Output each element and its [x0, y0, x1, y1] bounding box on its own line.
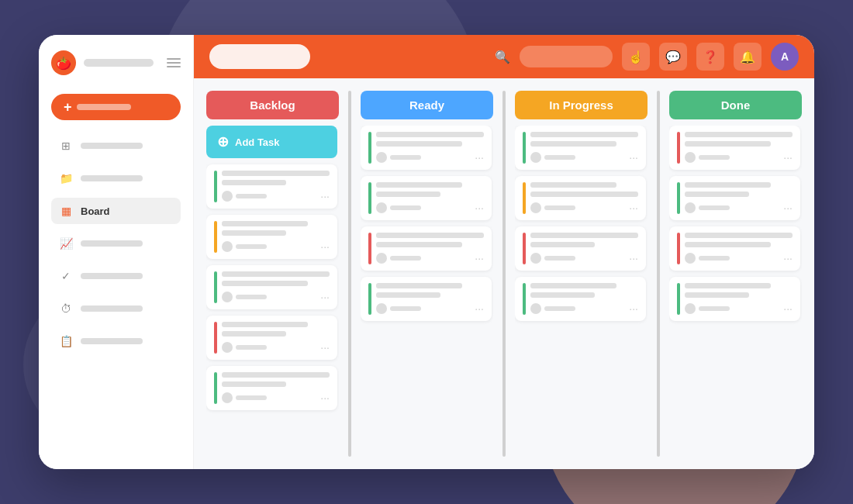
tasks-label [81, 273, 143, 279]
task-card[interactable]: ··· [206, 316, 337, 360]
task-body: ··· [685, 132, 793, 164]
task-menu-dots[interactable]: ··· [475, 202, 484, 214]
add-new-button[interactable]: + [51, 94, 181, 120]
task-card[interactable]: ··· [206, 215, 337, 259]
task-subtitle-line [685, 242, 771, 247]
task-body: ··· [685, 233, 793, 264]
task-card[interactable]: ··· [669, 226, 800, 271]
task-menu-dots[interactable]: ··· [320, 190, 330, 202]
task-date [236, 345, 267, 350]
task-meta: ··· [530, 302, 638, 315]
priority-bar [677, 233, 680, 264]
task-menu-dots[interactable]: ··· [629, 252, 638, 264]
task-date [390, 256, 421, 261]
task-menu-dots[interactable]: ··· [783, 151, 793, 164]
task-body: ··· [222, 322, 330, 354]
task-avatar [685, 152, 696, 163]
task-menu-dots[interactable]: ··· [783, 202, 793, 214]
task-card[interactable]: ··· [206, 164, 337, 209]
task-subtitle-line [530, 242, 595, 247]
notifications-button[interactable]: 🔔 [734, 43, 761, 71]
task-date [236, 194, 267, 198]
task-date [544, 155, 575, 160]
task-avatar [530, 253, 541, 264]
task-title-line [222, 372, 330, 378]
column-body-inprogress: ··· ··· [515, 126, 648, 457]
analytics-icon: 📈 [59, 236, 73, 250]
task-menu-dots[interactable]: ··· [783, 302, 793, 315]
task-subtitle-line [685, 192, 749, 197]
task-avatar [685, 303, 696, 314]
search-icon[interactable]: 🔍 [495, 50, 510, 64]
task-menu-dots[interactable]: ··· [320, 341, 330, 354]
task-card[interactable]: ··· [669, 277, 800, 321]
task-title-line [376, 233, 484, 238]
pointer-button[interactable]: ☝ [622, 43, 650, 71]
column-body-backlog: ⊕ Add Task ··· [206, 126, 339, 457]
sidebar-item-board[interactable]: ▦ Board [51, 198, 181, 224]
task-menu-dots[interactable]: ··· [475, 151, 484, 164]
task-meta: ··· [222, 392, 330, 404]
topbar-search-left[interactable] [209, 44, 310, 69]
sidebar-logo: 🍅 [51, 50, 181, 75]
task-subtitle-line [530, 192, 638, 197]
task-menu-dots[interactable]: ··· [629, 202, 638, 214]
task-menu-dots[interactable]: ··· [320, 240, 330, 253]
priority-bar [368, 233, 371, 264]
task-meta: ··· [222, 190, 330, 202]
task-card[interactable]: ··· [206, 366, 337, 410]
hamburger-menu[interactable] [167, 58, 181, 67]
messages-button[interactable]: 💬 [659, 43, 687, 71]
task-subtitle-line [685, 292, 749, 298]
task-card[interactable]: ··· [515, 176, 646, 220]
help-button[interactable]: ❓ [696, 43, 724, 71]
task-card[interactable]: ··· [669, 126, 800, 170]
task-card[interactable]: ··· [515, 277, 646, 321]
board-area: Backlog ⊕ Add Task [194, 78, 814, 469]
priority-bar [523, 132, 526, 164]
task-card[interactable]: ··· [206, 265, 337, 309]
sidebar-item-timeline[interactable]: ⏱ [51, 295, 181, 322]
task-menu-dots[interactable]: ··· [629, 302, 638, 315]
sidebar-item-analytics[interactable]: 📈 [51, 230, 181, 257]
task-menu-dots[interactable]: ··· [783, 252, 793, 264]
task-menu-dots[interactable]: ··· [320, 392, 330, 404]
task-meta: ··· [376, 202, 484, 214]
task-avatar [530, 152, 541, 163]
task-card[interactable]: ··· [361, 126, 492, 170]
timeline-icon: ⏱ [59, 302, 73, 316]
task-meta: ··· [685, 151, 793, 164]
task-card[interactable]: ··· [669, 176, 800, 220]
sidebar-item-tasks[interactable]: ✓ [51, 263, 181, 289]
task-date [236, 295, 267, 299]
topbar-search-bar[interactable] [520, 46, 613, 67]
sidebar-item-reports[interactable]: 📋 [51, 328, 181, 354]
sidebar-item-dashboard[interactable]: ⊞ [51, 133, 181, 159]
task-menu-dots[interactable]: ··· [475, 302, 484, 315]
column-done: Done ··· [669, 91, 802, 457]
projects-label [81, 175, 143, 181]
task-meta: ··· [222, 240, 330, 253]
task-body: ··· [530, 132, 638, 164]
add-task-button[interactable]: ⊕ Add Task [206, 126, 337, 158]
task-date [544, 205, 575, 210]
task-card[interactable]: ··· [361, 277, 492, 321]
task-subtitle-line [222, 281, 308, 286]
user-avatar[interactable]: A [771, 43, 799, 71]
task-card[interactable]: ··· [361, 176, 492, 220]
task-card[interactable]: ··· [361, 226, 492, 271]
task-card[interactable]: ··· [515, 126, 646, 170]
task-menu-dots[interactable]: ··· [320, 291, 330, 303]
tasks-icon: ✓ [59, 269, 73, 283]
task-body: ··· [376, 132, 484, 164]
priority-bar [368, 132, 371, 164]
task-title-line [222, 271, 330, 277]
task-meta: ··· [530, 252, 638, 264]
task-menu-dots[interactable]: ··· [475, 252, 484, 264]
task-card[interactable]: ··· [515, 226, 646, 271]
task-body: ··· [685, 283, 793, 315]
sidebar-item-projects[interactable]: 📁 [51, 165, 181, 192]
task-menu-dots[interactable]: ··· [629, 151, 638, 164]
task-date [544, 306, 575, 311]
task-title-line [685, 283, 771, 288]
